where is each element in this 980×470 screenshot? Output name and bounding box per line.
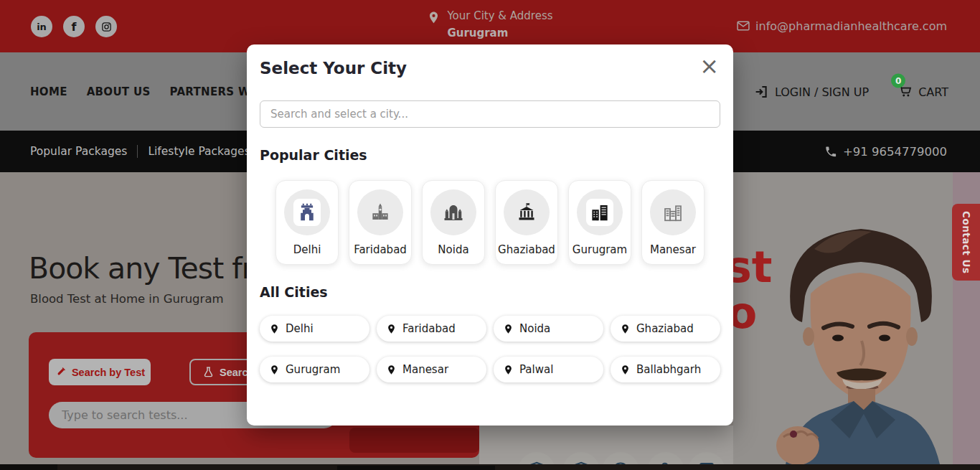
page: in f Your City & Address Gurugram (0, 0, 980, 470)
select-city-modal: Select Your City × Popular Cities Delhi (247, 44, 733, 426)
clock-tower-icon (369, 202, 391, 223)
sign-in-icon (754, 84, 769, 99)
phone-link[interactable]: +91 9654779000 (824, 145, 947, 159)
map-pin-icon (386, 365, 397, 375)
popular-city-card-ghaziabad[interactable]: Ghaziabad (495, 180, 558, 265)
nav-item-home[interactable]: HOME (30, 85, 67, 98)
city-pill-label: Ghaziabad (636, 322, 694, 335)
city-pill-noida[interactable]: Noida (494, 316, 603, 342)
city-pill-faridabad[interactable]: Faridabad (377, 316, 486, 342)
login-signup-label: LOGIN / SIGN UP (775, 85, 869, 98)
banner-model-photo (746, 206, 954, 464)
subnav-item-popular-packages[interactable]: Popular Packages (30, 145, 127, 158)
city-name: Faridabad (354, 243, 407, 256)
nav-item-about-us[interactable]: ABOUT US (87, 85, 151, 98)
location-label: Your City & Address (447, 9, 552, 22)
subnav-item-lifestyle-packages[interactable]: Lifestyle Packages (148, 145, 250, 158)
all-cities-grid: Delhi Faridabad Noida Ghaziabad Gurugram… (260, 316, 720, 382)
city-pill-gurugram[interactable]: Gurugram (260, 357, 369, 382)
city-name: Ghaziabad (498, 243, 555, 256)
office-buildings-icon (589, 202, 611, 223)
map-pin-icon (269, 365, 280, 375)
divider (137, 145, 138, 158)
city-pill-label: Delhi (286, 322, 314, 335)
contact-us-tab[interactable]: Contact Us (952, 204, 980, 281)
city-pill-ballabhgarh[interactable]: Ballabhgarh (611, 357, 720, 382)
map-pin-icon (620, 365, 631, 375)
cart-button[interactable]: 0 CART (897, 83, 948, 100)
city-pill-label: Noida (519, 322, 550, 335)
email-text: info@pharmadianhealthcare.com (755, 19, 947, 33)
all-cities-heading: All Cities (260, 284, 720, 300)
city-buildings-outline-icon (662, 202, 684, 223)
popular-city-card-manesar[interactable]: Manesar (641, 180, 705, 265)
city-pill-label: Ballabhgarh (636, 363, 701, 376)
city-name: Noida (438, 243, 468, 256)
city-pill-label: Gurugram (286, 363, 340, 376)
city-name: Delhi (293, 243, 321, 256)
flask-icon (202, 366, 215, 378)
modal-title: Select Your City (260, 59, 720, 77)
test-search-submit-button[interactable] (349, 428, 479, 453)
map-pin-icon (269, 324, 280, 334)
map-pin-icon (427, 11, 440, 24)
popular-city-card-faridabad[interactable]: Faridabad (349, 180, 412, 265)
login-signup-button[interactable]: LOGIN / SIGN UP (754, 84, 869, 99)
city-pill-palwal[interactable]: Palwal (494, 357, 603, 382)
india-gate-monument-icon (296, 202, 318, 223)
city-pill-manesar[interactable]: Manesar (377, 357, 486, 382)
search-by-test-button[interactable]: Search by Test (49, 359, 151, 385)
map-pin-icon (386, 324, 397, 334)
search-by-test-label: Search by Test (72, 367, 145, 378)
map-pin-icon (503, 365, 514, 375)
city-search-input[interactable] (260, 100, 720, 128)
next-section-edge-segment (0, 464, 57, 470)
popular-cities-heading: Popular Cities (260, 147, 720, 163)
map-pin-icon (503, 324, 514, 334)
next-section-edge-segment (337, 466, 495, 470)
phone-number: +91 9654779000 (843, 145, 947, 159)
email-link[interactable]: info@pharmadianhealthcare.com (736, 19, 947, 33)
city-name: Manesar (650, 243, 696, 256)
cart-label: CART (918, 85, 948, 98)
city-pill-delhi[interactable]: Delhi (260, 316, 369, 342)
city-pill-label: Manesar (402, 363, 448, 376)
location-city: Gurugram (447, 27, 552, 39)
close-icon[interactable]: × (699, 55, 719, 77)
city-name: Gurugram (573, 243, 627, 256)
city-address-selector[interactable]: Your City & Address Gurugram (427, 9, 552, 39)
city-pill-label: Palwal (519, 363, 553, 376)
government-building-icon (516, 202, 537, 223)
envelope-icon (736, 19, 750, 33)
map-pin-icon (620, 324, 631, 334)
city-pill-label: Faridabad (402, 322, 456, 335)
hero-subtitle: Blood Test at Home in Gurugram (30, 292, 224, 306)
hero-title: Book any Test fro (29, 251, 270, 286)
popular-cities-row: Delhi Faridabad (260, 180, 720, 265)
popular-city-card-delhi[interactable]: Delhi (275, 180, 339, 265)
popular-city-card-noida[interactable]: Noida (422, 180, 485, 265)
phone-icon (824, 145, 837, 158)
popular-city-card-gurugram[interactable]: Gurugram (568, 180, 631, 265)
city-pill-ghaziabad[interactable]: Ghaziabad (611, 316, 720, 342)
test-tube-icon (55, 366, 67, 378)
temple-building-icon (443, 202, 464, 223)
